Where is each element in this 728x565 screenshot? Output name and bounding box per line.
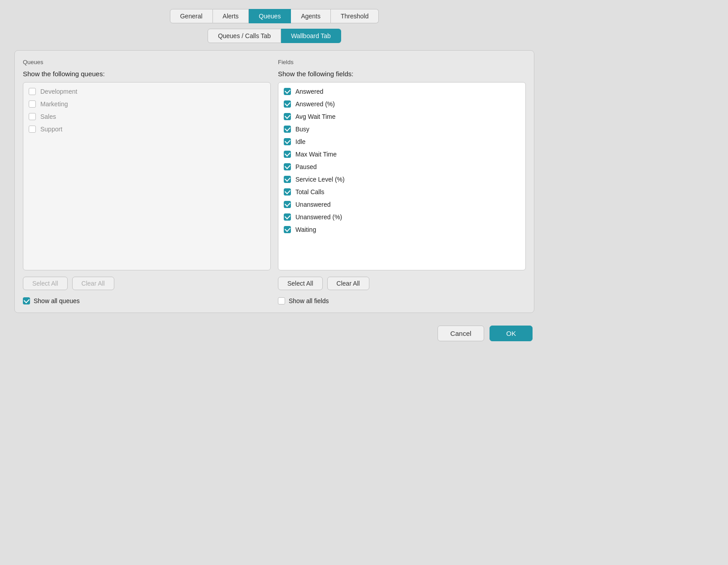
list-item[interactable]: Total Calls bbox=[281, 187, 523, 197]
footer: Cancel OK bbox=[14, 326, 534, 341]
list-item[interactable]: Busy bbox=[281, 124, 523, 135]
main-panel: Queues Show the following queues: Develo… bbox=[14, 50, 534, 313]
tab-alerts[interactable]: Alerts bbox=[213, 9, 249, 23]
field-label-answered: Answered bbox=[295, 88, 323, 95]
queues-list-box: Development Marketing Sales Support bbox=[23, 82, 271, 270]
queue-checkbox-sales[interactable] bbox=[29, 113, 36, 120]
fields-column: Fields Show the following fields: Answer… bbox=[278, 59, 526, 304]
queues-show-all-label: Show all queues bbox=[34, 297, 80, 304]
list-item[interactable]: Unanswered bbox=[281, 199, 523, 210]
list-item[interactable]: Service Level (%) bbox=[281, 174, 523, 185]
fields-select-all-button[interactable]: Select All bbox=[278, 277, 323, 290]
queue-label-development: Development bbox=[40, 88, 78, 95]
list-item[interactable]: Development bbox=[26, 86, 268, 97]
queues-section-label: Queues bbox=[23, 59, 271, 65]
list-item[interactable]: Unanswered (%) bbox=[281, 212, 523, 222]
field-checkbox-busy[interactable] bbox=[284, 126, 291, 133]
field-label-answered-pct: Answered (%) bbox=[295, 100, 335, 108]
list-item[interactable]: Answered (%) bbox=[281, 99, 523, 109]
queues-clear-all-button[interactable]: Clear All bbox=[72, 277, 114, 290]
list-item[interactable]: Support bbox=[26, 124, 268, 135]
field-checkbox-waiting[interactable] bbox=[284, 226, 291, 233]
field-checkbox-paused[interactable] bbox=[284, 163, 291, 170]
fields-show-all-checkbox[interactable] bbox=[278, 297, 285, 304]
fields-section-label: Fields bbox=[278, 59, 526, 65]
field-checkbox-answered[interactable] bbox=[284, 88, 291, 95]
list-item[interactable]: Waiting bbox=[281, 224, 523, 235]
list-item[interactable]: Sales bbox=[26, 111, 268, 122]
field-checkbox-idle[interactable] bbox=[284, 138, 291, 145]
sub-tab-bar: Queues / Calls Tab Wallboard Tab bbox=[208, 29, 341, 43]
ok-button[interactable]: OK bbox=[490, 326, 533, 341]
field-label-paused: Paused bbox=[295, 163, 316, 170]
field-label-avg-wait-time: Avg Wait Time bbox=[295, 113, 335, 120]
fields-btn-row: Select All Clear All bbox=[278, 277, 526, 290]
fields-clear-all-button[interactable]: Clear All bbox=[327, 277, 369, 290]
field-checkbox-service-level[interactable] bbox=[284, 176, 291, 183]
fields-show-all-row: Show all fields bbox=[278, 297, 526, 304]
tab-queues-calls[interactable]: Queues / Calls Tab bbox=[208, 29, 281, 43]
tab-queues[interactable]: Queues bbox=[249, 9, 291, 23]
tab-threshold[interactable]: Threshold bbox=[331, 9, 379, 23]
field-label-unanswered: Unanswered bbox=[295, 201, 331, 208]
fields-title: Show the following fields: bbox=[278, 70, 526, 78]
queue-label-sales: Sales bbox=[40, 113, 56, 120]
field-label-busy: Busy bbox=[295, 126, 309, 133]
fields-show-all-label: Show all fields bbox=[289, 297, 329, 304]
queue-checkbox-marketing[interactable] bbox=[29, 100, 36, 108]
field-label-idle: Idle bbox=[295, 138, 306, 145]
fields-list-box: Answered Answered (%) Avg Wait Time Busy… bbox=[278, 82, 526, 270]
field-checkbox-max-wait-time[interactable] bbox=[284, 151, 291, 158]
queues-btn-row: Select All Clear All bbox=[23, 277, 271, 290]
tab-agents[interactable]: Agents bbox=[291, 9, 331, 23]
field-label-service-level: Service Level (%) bbox=[295, 176, 345, 183]
list-item[interactable]: Idle bbox=[281, 136, 523, 147]
queues-show-all-checkbox[interactable] bbox=[23, 297, 30, 304]
queues-column: Queues Show the following queues: Develo… bbox=[23, 59, 271, 304]
queues-title: Show the following queues: bbox=[23, 70, 271, 78]
top-tab-bar: General Alerts Queues Agents Threshold bbox=[170, 9, 379, 23]
list-item[interactable]: Avg Wait Time bbox=[281, 111, 523, 122]
cancel-button[interactable]: Cancel bbox=[438, 326, 485, 341]
field-checkbox-answered-pct[interactable] bbox=[284, 100, 291, 108]
field-label-waiting: Waiting bbox=[295, 226, 316, 233]
field-checkbox-avg-wait-time[interactable] bbox=[284, 113, 291, 120]
queue-checkbox-development[interactable] bbox=[29, 88, 36, 95]
field-label-max-wait-time: Max Wait Time bbox=[295, 151, 337, 158]
queues-show-all-row: Show all queues bbox=[23, 297, 271, 304]
field-checkbox-unanswered-pct[interactable] bbox=[284, 213, 291, 221]
list-item[interactable]: Max Wait Time bbox=[281, 149, 523, 160]
tab-general[interactable]: General bbox=[170, 9, 213, 23]
field-checkbox-unanswered[interactable] bbox=[284, 201, 291, 208]
list-item[interactable]: Paused bbox=[281, 161, 523, 172]
list-item[interactable]: Answered bbox=[281, 86, 523, 97]
field-label-total-calls: Total Calls bbox=[295, 188, 325, 196]
queues-select-all-button[interactable]: Select All bbox=[23, 277, 68, 290]
field-checkbox-total-calls[interactable] bbox=[284, 188, 291, 196]
list-item[interactable]: Marketing bbox=[26, 99, 268, 109]
queue-label-marketing: Marketing bbox=[40, 100, 68, 108]
queue-checkbox-support[interactable] bbox=[29, 126, 36, 133]
tab-wallboard[interactable]: Wallboard Tab bbox=[281, 29, 341, 43]
field-label-unanswered-pct: Unanswered (%) bbox=[295, 213, 342, 221]
queue-label-support: Support bbox=[40, 126, 62, 133]
